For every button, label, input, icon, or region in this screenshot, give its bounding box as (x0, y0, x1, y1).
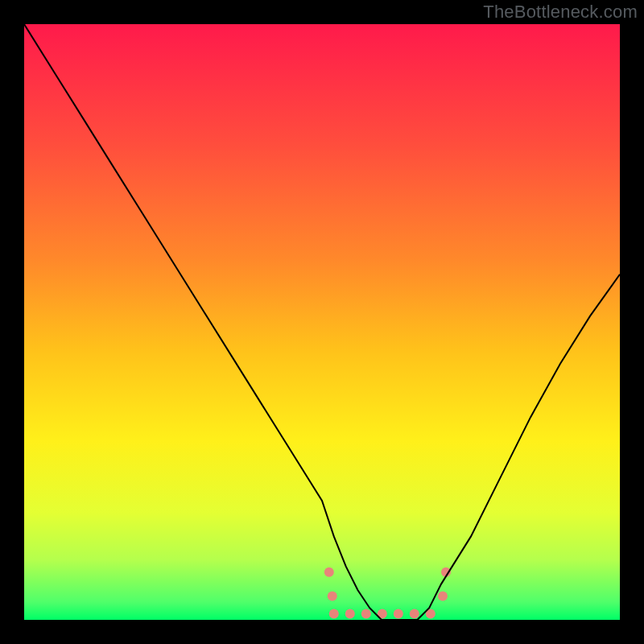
marker-dot (328, 591, 337, 601)
plot-area (24, 24, 620, 620)
chart-frame: TheBottleneck.com (0, 0, 644, 644)
marker-dot (410, 609, 419, 619)
marker-dot (394, 609, 403, 619)
marker-dot (324, 568, 334, 577)
marker-dot (361, 609, 371, 619)
chart-svg (24, 24, 620, 620)
marker-dot (345, 609, 355, 619)
marker-dot (438, 591, 448, 601)
watermark-text: TheBottleneck.com (483, 2, 638, 23)
gradient-background (24, 24, 620, 620)
marker-dot (329, 609, 339, 619)
